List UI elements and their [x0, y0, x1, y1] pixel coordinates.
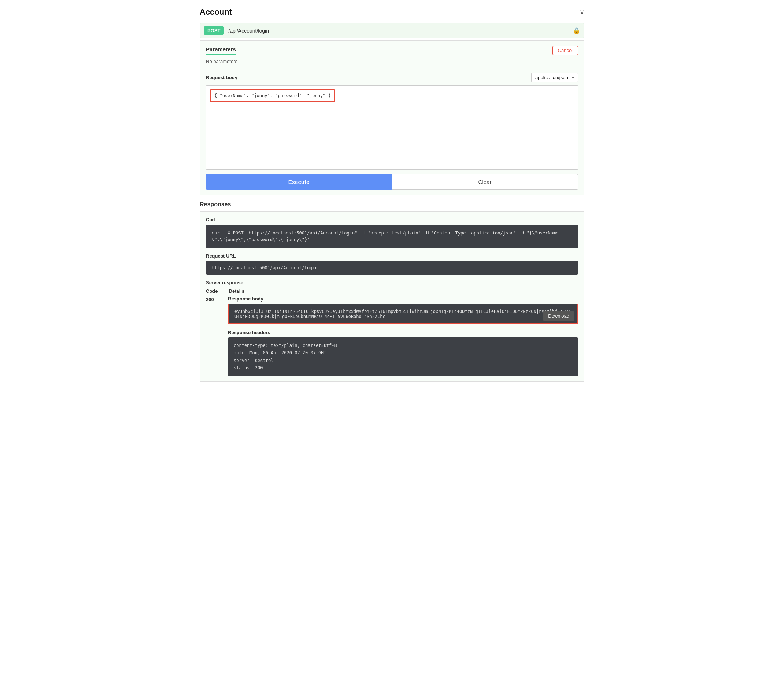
json-body-highlighted: { "userName": "jonny", "password": "jonn…: [210, 89, 335, 102]
parameters-title: Parameters: [206, 46, 236, 55]
clear-button[interactable]: Clear: [392, 174, 578, 190]
content-type-select[interactable]: application/json: [531, 73, 578, 82]
response-headers-block: content-type: text/plain; charset=utf-8 …: [228, 337, 578, 376]
curl-title: Curl: [206, 217, 578, 223]
lock-icon: 🔒: [573, 27, 580, 34]
response-code: 200: [206, 296, 221, 302]
response-header-server: server: Kestrel: [234, 357, 572, 364]
response-header-date: date: Mon, 06 Apr 2020 07:20:07 GMT: [234, 349, 572, 357]
responses-body: Curl curl -X POST "https://localhost:500…: [200, 211, 584, 382]
parameters-section: Parameters Cancel No parameters Request …: [200, 40, 584, 195]
response-body-value: eyJhbGciOiJIUzI1NiIsInR5cCI6IkpXVCJ9.eyJ…: [234, 309, 571, 319]
endpoint-path: /api/Account/login: [228, 28, 573, 34]
response-details: Response body eyJhbGciOiJIUzI1NiIsInR5cC…: [228, 296, 578, 376]
method-badge: POST: [204, 26, 224, 35]
execute-area: Execute Clear: [206, 174, 578, 190]
responses-title: Responses: [200, 201, 584, 208]
server-response-title: Server response: [206, 280, 578, 286]
details-header: Details: [229, 288, 245, 294]
response-row: 200 Response body eyJhbGciOiJIUzI1NiIsIn…: [206, 296, 578, 376]
response-headers-title: Response headers: [228, 330, 578, 335]
request-body-label: Request body: [206, 75, 237, 80]
request-body-row: Request body application/json: [206, 73, 578, 82]
no-params-text: No parameters: [206, 59, 578, 64]
request-body-editor[interactable]: { "userName": "jonny", "password": "jonn…: [206, 86, 578, 169]
account-header: Account ∨: [200, 4, 584, 20]
response-body-block: eyJhbGciOiJIUzI1NiIsInR5cCI6IkpXVCJ9.eyJ…: [228, 304, 578, 324]
download-button[interactable]: Download: [543, 311, 574, 321]
account-title: Account: [200, 7, 232, 17]
code-header: Code: [206, 288, 218, 294]
responses-section: Responses Curl curl -X POST "https://loc…: [200, 201, 584, 382]
response-header-content-type: content-type: text/plain; charset=utf-8: [234, 342, 572, 349]
cancel-button[interactable]: Cancel: [552, 46, 578, 55]
parameters-header: Parameters Cancel: [206, 46, 578, 55]
endpoint-bar: POST /api/Account/login 🔒: [200, 23, 584, 38]
execute-button[interactable]: Execute: [206, 174, 392, 190]
curl-command: curl -X POST "https://localhost:5001/api…: [206, 224, 578, 248]
request-url: https://localhost:5001/api/Account/login: [206, 261, 578, 275]
request-url-title: Request URL: [206, 253, 578, 259]
response-body-label: Response body: [228, 296, 578, 302]
response-header-status: status: 200: [234, 364, 572, 371]
response-table-header: Code Details: [206, 288, 578, 294]
chevron-down-icon[interactable]: ∨: [579, 8, 584, 16]
